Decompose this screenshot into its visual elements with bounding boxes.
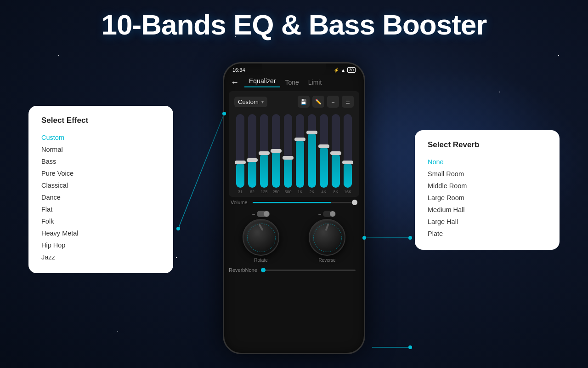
effect-item-0[interactable]: Custom	[41, 132, 160, 144]
rotate-knob[interactable]	[243, 219, 279, 256]
reverb-value: None	[245, 267, 257, 273]
eq-label-125: 125	[260, 190, 267, 194]
reverse-section: – Reverse	[302, 211, 352, 263]
eq-bars: 31621252505001K2K4K8K16K	[232, 111, 356, 194]
eq-label-250: 250	[272, 190, 279, 194]
dot-reverb	[408, 236, 412, 240]
phone-wrapper: 16:34 ⚡ ▲ 30 ← Equalizer Tone Limit Cust…	[223, 62, 365, 354]
status-icons: ⚡ ▲ 30	[334, 67, 356, 73]
effect-item-7[interactable]: Folk	[41, 215, 160, 227]
rotate-label: Rotate	[254, 258, 267, 263]
rotate-minus-icon: –	[252, 212, 255, 217]
effect-item-8[interactable]: Heavy Metal	[41, 227, 160, 239]
eq-bar-4K[interactable]: 4K	[318, 114, 330, 194]
eq-bar-500[interactable]: 500	[282, 114, 294, 194]
rotate-toggle-thumb	[264, 211, 269, 217]
reverb-item-1[interactable]: Small Room	[428, 168, 547, 180]
preset-actions: 💾 ✏️ – ☰	[298, 96, 354, 108]
edit-preset-button[interactable]: ✏️	[312, 96, 324, 108]
reverb-thumb	[261, 268, 266, 272]
dot-phone-effect	[222, 112, 226, 115]
eq-bar-16K[interactable]: 16K	[342, 114, 354, 194]
effect-item-3[interactable]: Pure Voice	[41, 167, 160, 179]
tab-tone[interactable]: Tone	[280, 79, 303, 86]
eq-bar-250[interactable]: 250	[270, 114, 282, 194]
preset-arrow-icon: ▾	[261, 99, 264, 104]
reverb-item-0[interactable]: None	[428, 156, 547, 168]
eq-bar-1K[interactable]: 1K	[294, 114, 306, 194]
eq-label-500: 500	[284, 190, 291, 194]
reverb-item-2[interactable]: Middle Room	[428, 180, 547, 192]
eq-bar-125[interactable]: 125	[258, 114, 270, 194]
eq-handle-16K[interactable]	[342, 161, 353, 164]
reverb-item-4[interactable]: Medium Hall	[428, 204, 547, 216]
reverse-knob[interactable]	[309, 219, 345, 256]
effect-item-5[interactable]: Dance	[41, 191, 160, 203]
reverb-slider[interactable]	[261, 270, 356, 271]
reverse-toggle[interactable]	[323, 211, 336, 217]
eq-handle-8K[interactable]	[330, 151, 341, 155]
eq-bar-62[interactable]: 62	[246, 114, 258, 194]
volume-label: Volume	[231, 200, 249, 205]
eq-handle-1K[interactable]	[294, 138, 305, 141]
remove-preset-button[interactable]: –	[327, 96, 339, 108]
save-preset-button[interactable]: 💾	[298, 96, 310, 108]
eq-handle-125[interactable]	[259, 151, 270, 155]
reverse-label: Reverse	[318, 258, 335, 263]
eq-bar-2K[interactable]: 2K	[306, 114, 318, 194]
eq-bar-31[interactable]: 31	[234, 114, 246, 194]
eq-handle-4K[interactable]	[318, 144, 329, 148]
eq-handle-500[interactable]	[283, 156, 294, 160]
phone-notch	[262, 63, 326, 76]
effect-item-1[interactable]: Normal	[41, 144, 160, 155]
eq-label-1K: 1K	[297, 190, 302, 194]
reverb-row: Reverb None	[224, 264, 364, 276]
reverse-minus-icon: –	[318, 212, 321, 217]
wifi-icon: ▲	[341, 68, 345, 73]
volume-fill	[253, 202, 331, 203]
select-reverb-panel: Select Reverb None Small Room Middle Roo…	[415, 130, 560, 250]
dot-effect	[176, 227, 180, 230]
eq-area: Custom ▾ 💾 ✏️ – ☰ 31621252505001K2K4K8K1…	[229, 91, 359, 197]
dot-phone-reverb	[362, 236, 366, 240]
eq-handle-2K[interactable]	[306, 131, 317, 134]
rotate-toggle-row: –	[252, 211, 270, 217]
page-title: 10-Bands EQ & Bass Booster	[0, 8, 588, 41]
rotate-toggle[interactable]	[257, 211, 270, 217]
effect-controls: – Rotate –	[224, 208, 364, 264]
preset-name: Custom	[238, 98, 259, 105]
back-button[interactable]: ←	[231, 78, 239, 87]
select-effect-panel: Select Effect Custom Normal Bass Pure Vo…	[28, 106, 173, 273]
effect-item-9[interactable]: Hip Hop	[41, 239, 160, 251]
effect-item-2[interactable]: Bass	[41, 155, 160, 167]
rotate-section: – Rotate	[236, 211, 286, 263]
eq-label-4K: 4K	[321, 190, 326, 194]
select-effect-title: Select Effect	[41, 116, 160, 125]
bluetooth-icon: ⚡	[334, 68, 339, 73]
eq-label-8K: 8K	[333, 190, 338, 194]
volume-slider[interactable]	[253, 202, 357, 203]
eq-bar-8K[interactable]: 8K	[330, 114, 342, 194]
eq-label-16K: 16K	[344, 190, 351, 194]
reverse-toggle-thumb	[330, 211, 335, 217]
eq-label-31: 31	[238, 190, 243, 194]
reverse-toggle-row: –	[318, 211, 336, 217]
volume-row: Volume	[224, 197, 364, 208]
select-reverb-title: Select Reverb	[428, 140, 547, 150]
effect-item-6[interactable]: Flat	[41, 203, 160, 215]
menu-preset-button[interactable]: ☰	[342, 96, 354, 108]
reverb-item-3[interactable]: Large Room	[428, 192, 547, 204]
preset-selector[interactable]: Custom ▾	[234, 97, 267, 107]
reverb-item-6[interactable]: Plate	[428, 228, 547, 240]
eq-handle-31[interactable]	[235, 161, 246, 164]
reverb-item-5[interactable]: Large Hall	[428, 216, 547, 228]
eq-handle-250[interactable]	[271, 149, 282, 153]
effect-item-4[interactable]: Classical	[41, 179, 160, 191]
tab-equalizer[interactable]: Equalizer	[244, 77, 280, 87]
phone: 16:34 ⚡ ▲ 30 ← Equalizer Tone Limit Cust…	[223, 62, 365, 354]
status-time: 16:34	[232, 67, 245, 73]
eq-handle-62[interactable]	[247, 158, 258, 162]
dot-reverb-bottom	[408, 345, 412, 349]
effect-item-10[interactable]: Jazz	[41, 251, 160, 263]
tab-limit[interactable]: Limit	[304, 79, 327, 86]
